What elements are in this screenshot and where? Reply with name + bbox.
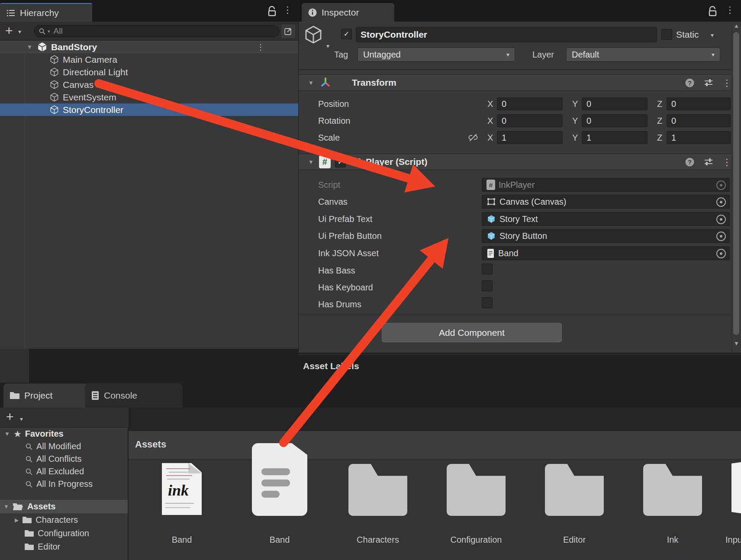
scale-z-field[interactable]: 1 xyxy=(667,131,731,144)
object-picker-icon[interactable] xyxy=(716,232,726,241)
rotation-x-field[interactable]: 0 xyxy=(497,114,563,127)
favorites-item-all-conflicts[interactable]: All Conflicts xyxy=(0,453,128,465)
scale-y-field[interactable]: 1 xyxy=(582,131,648,144)
scroll-up-icon[interactable]: ▲ xyxy=(734,23,739,29)
hierarchy-row[interactable]: Directional Light xyxy=(0,66,298,78)
canvas-object-field[interactable]: Canvas (Canvas) xyxy=(482,195,730,209)
position-x-field[interactable]: 0 xyxy=(497,97,563,110)
tab-inspector-label: Inspector xyxy=(322,7,359,18)
ui-prefab-text-object-field[interactable]: Story Text xyxy=(482,212,730,226)
transform-menu-icon[interactable]: ⋮ xyxy=(722,78,731,87)
project-create-button[interactable]: + xyxy=(6,409,14,424)
static-checkbox[interactable]: ✓ xyxy=(661,29,672,40)
inspector-lock-icon[interactable] xyxy=(707,5,718,17)
ink-player-foldout-icon[interactable]: ▼ xyxy=(308,159,314,165)
folder-icon xyxy=(24,529,34,537)
object-picker-icon[interactable] xyxy=(716,180,726,190)
help-icon[interactable]: ? xyxy=(685,157,695,167)
gameobject-name-field[interactable]: StoryController xyxy=(356,27,657,42)
position-z-field[interactable]: 0 xyxy=(667,97,731,110)
search-icon xyxy=(25,443,33,451)
ink-player-menu-icon[interactable]: ⋮ xyxy=(722,158,731,167)
folder-icon xyxy=(10,391,20,400)
icon-dropdown-caret[interactable]: ▾ xyxy=(326,42,329,49)
script-object-field[interactable]: # InkPlayer xyxy=(482,178,730,192)
object-picker-icon[interactable] xyxy=(716,215,726,224)
hierarchy-lock-icon[interactable] xyxy=(267,5,278,17)
favorites-foldout-icon[interactable]: ▼ xyxy=(4,431,10,437)
asset-label[interactable]: Ink xyxy=(627,535,718,545)
static-dropdown-icon[interactable]: ▾ xyxy=(711,32,714,39)
position-y-field[interactable]: 0 xyxy=(582,97,648,110)
doc-line xyxy=(261,480,290,486)
has-bass-checkbox[interactable]: ✓ xyxy=(482,264,493,274)
axis-y-label: Y xyxy=(572,114,578,127)
create-dropdown-icon[interactable]: ▾ xyxy=(18,28,21,35)
has-bass-label: Has Bass xyxy=(318,264,355,277)
scroll-down-icon[interactable]: ▼ xyxy=(734,340,739,347)
project-create-dropdown-icon[interactable]: ▾ xyxy=(20,415,23,422)
create-button[interactable]: + xyxy=(5,23,13,39)
asset-label[interactable]: Band xyxy=(136,535,227,545)
asset-band-ink-icon[interactable]: ink xyxy=(162,463,202,515)
tab-console[interactable]: Console xyxy=(85,383,183,408)
open-search-window-icon[interactable] xyxy=(281,24,295,38)
object-picker-icon[interactable] xyxy=(716,197,726,207)
has-keyboard-checkbox[interactable]: ✓ xyxy=(482,280,493,291)
favorites-item-all-in-progress[interactable]: All In Progress xyxy=(0,478,128,490)
hierarchy-row[interactable]: Main Camera xyxy=(0,53,298,66)
assets-foldout-icon[interactable]: ▼ xyxy=(3,503,9,510)
gameobject-enabled-checkbox[interactable]: ✓ xyxy=(341,29,352,39)
tree-item-editor[interactable]: Editor xyxy=(0,540,128,554)
tab-hierarchy[interactable]: Hierarchy xyxy=(0,3,92,22)
help-icon[interactable]: ? xyxy=(685,78,695,88)
favorites-item-all-excluded[interactable]: All Excluded xyxy=(0,465,128,478)
ink-json-asset-object-field[interactable]: Band xyxy=(482,246,730,260)
scrollbar-thumb[interactable] xyxy=(733,32,739,335)
scene-menu-icon[interactable]: ⋮ xyxy=(257,43,264,51)
tab-project[interactable]: Project xyxy=(3,383,88,408)
axis-x-label: X xyxy=(487,97,493,110)
hierarchy-row[interactable]: EventSystem xyxy=(0,91,298,103)
add-component-button[interactable]: Add Component xyxy=(382,323,562,342)
hierarchy-search-input[interactable]: ▾ All xyxy=(34,25,280,37)
ui-prefab-button-object-field[interactable]: Story Button xyxy=(482,229,730,243)
tag-dropdown[interactable]: Untagged▾ xyxy=(358,48,515,61)
rotation-z-field[interactable]: 0 xyxy=(667,114,731,127)
hierarchy-row-scene[interactable]: ▼ BandStory ⋮ xyxy=(0,41,298,53)
has-drums-checkbox[interactable]: ✓ xyxy=(482,297,493,308)
tree-item-characters[interactable]: ▶ Characters xyxy=(0,513,128,527)
object-picker-icon[interactable] xyxy=(716,249,726,258)
folder-icon xyxy=(24,543,34,551)
scene-foldout-icon[interactable]: ▼ xyxy=(27,44,32,50)
asset-label[interactable]: Band xyxy=(234,535,325,545)
doc-line xyxy=(261,468,290,475)
presets-icon[interactable] xyxy=(703,157,714,167)
tree-item-configuration[interactable]: Configuration xyxy=(0,527,128,540)
asset-band-json-icon[interactable] xyxy=(252,443,307,516)
ink-player-enabled-checkbox[interactable]: ✓ xyxy=(335,157,346,167)
transform-header[interactable]: ▼ Transform ? ⋮ xyxy=(299,74,741,91)
hierarchy-row-selected[interactable]: StoryController xyxy=(0,103,298,116)
expand-icon[interactable]: ▶ xyxy=(15,517,19,523)
hierarchy-row-canvas[interactable]: Canvas xyxy=(0,78,298,91)
scale-x-field[interactable]: 1 xyxy=(497,131,563,144)
asset-label[interactable]: Configuration xyxy=(431,535,522,545)
hierarchy-menu-icon[interactable]: ⋮ xyxy=(283,5,292,14)
inspector-menu-icon[interactable]: ⋮ xyxy=(725,5,735,14)
layer-dropdown[interactable]: Default▾ xyxy=(566,48,720,61)
asset-file-partial-icon[interactable] xyxy=(731,460,741,516)
asset-label[interactable]: Characters xyxy=(332,535,423,545)
link-broken-icon[interactable] xyxy=(467,132,479,143)
has-keyboard-label: Has Keyboard xyxy=(318,281,373,294)
presets-icon[interactable] xyxy=(703,77,714,88)
asset-label[interactable]: Inpu xyxy=(725,535,741,545)
favorites-header[interactable]: ▼ ★ Favorites xyxy=(0,428,128,440)
tab-inspector[interactable]: Inspector xyxy=(302,3,394,22)
asset-label[interactable]: Editor xyxy=(529,535,620,545)
rotation-y-field[interactable]: 0 xyxy=(582,114,648,127)
ink-player-header[interactable]: ▼ # ✓ Ink Player (Script) ? ⋮ xyxy=(299,154,741,170)
assets-root-row[interactable]: ▼ Assets xyxy=(0,500,128,513)
transform-foldout-icon[interactable]: ▼ xyxy=(308,80,314,86)
favorites-item-all-modified[interactable]: All Modified xyxy=(0,440,128,453)
